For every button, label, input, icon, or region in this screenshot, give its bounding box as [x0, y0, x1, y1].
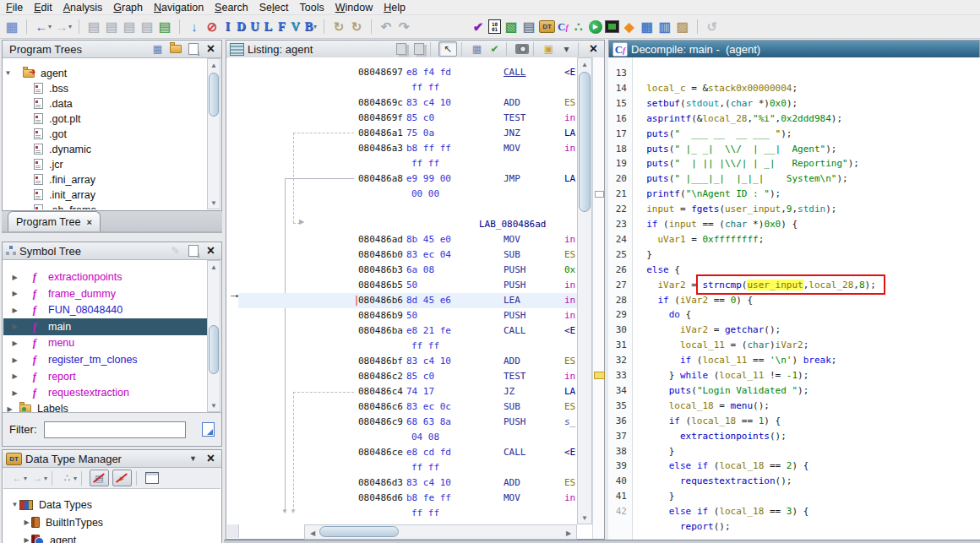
- listing-row[interactable]: 080486c683 ec 0cSUBES: [227, 399, 577, 415]
- tab-close-icon[interactable]: ×: [86, 217, 91, 227]
- listing-bytes-wrap[interactable]: 04 08: [227, 430, 577, 445]
- filter-arrays-icon[interactable]: ▤: [90, 471, 109, 485]
- listing-row[interactable]: 080486c968 63 8aPUSHs_: [227, 415, 577, 430]
- go-to-icon[interactable]: ▤: [157, 19, 172, 35]
- open-folder-icon[interactable]: [168, 42, 182, 56]
- symbol-item-main[interactable]: ▶fmain: [3, 318, 207, 335]
- decompile-line[interactable]: 42 else if (local_18 == 3) {: [608, 504, 980, 519]
- listing-label-row[interactable]: LAB_080486ad: [227, 217, 577, 232]
- symbol-item-report[interactable]: ▶freport: [3, 368, 207, 385]
- define-byte-icon[interactable]: B▾: [303, 19, 317, 35]
- decompile-line[interactable]: 14 local_c = &stack0x00000004;: [608, 81, 980, 96]
- define-undefined-icon[interactable]: U: [249, 19, 260, 35]
- console-icon[interactable]: ◆: [622, 19, 637, 35]
- caret-collapsed-icon[interactable]: ▶: [10, 290, 19, 297]
- symbol-item-menu[interactable]: ▶fmenu: [3, 334, 207, 351]
- decompile-line[interactable]: 33 } while (local_11 != -1);: [608, 368, 980, 383]
- scroll-up-icon[interactable]: ▲: [578, 58, 591, 70]
- listing-bytes-wrap[interactable]: ff ff: [227, 339, 577, 354]
- listing-bytes-wrap[interactable]: ff ff: [227, 80, 577, 95]
- decompile-line[interactable]: 37 extractionpoints();: [608, 429, 980, 444]
- forward-icon[interactable]: →: [30, 471, 45, 485]
- tree-item-section[interactable]: .bss: [3, 80, 207, 96]
- paste-icon[interactable]: [411, 42, 426, 56]
- scroll-right-icon[interactable]: ▶: [563, 527, 574, 539]
- listing-row[interactable]: 080486c285 c0TESTin: [227, 369, 577, 384]
- listing-row[interactable]: 080486d383 c4 10ADDES: [227, 475, 577, 491]
- decompile-line[interactable]: 19 puts(" | || |\\/| | _| Reporting");: [608, 156, 980, 171]
- menu-analysis[interactable]: Analysis: [63, 2, 103, 14]
- symbol-table-icon[interactable]: ▥: [657, 19, 672, 35]
- layout-icon[interactable]: ∴: [60, 471, 74, 485]
- decompile-line[interactable]: 17 puts(" ___ __ __ ___ ");: [608, 127, 980, 142]
- clear-code-icon[interactable]: ⊘: [204, 19, 220, 35]
- listing-row[interactable]: 080486ad8b 45 e0MOVin: [227, 232, 577, 247]
- listing-bytes-wrap[interactable]: 00 00: [227, 187, 577, 202]
- listing-row[interactable]: 0804869c83 c4 10ADDES: [227, 95, 577, 111]
- tree-item-section[interactable]: .got.plt: [3, 111, 207, 127]
- menu-select[interactable]: Select: [259, 2, 289, 14]
- validate-program-icon[interactable]: ✔: [471, 19, 486, 35]
- scroll-up-icon[interactable]: ▲: [208, 261, 220, 273]
- decompile-line[interactable]: 35 local_18 = menu();: [608, 399, 980, 414]
- decompile-line[interactable]: 16 asprintf(&local_28,"%i",0x2ddd984);: [608, 111, 980, 127]
- decompile-line[interactable]: 27 iVar2 = strncmp(user_input,local_28,8…: [608, 278, 980, 293]
- nav-prev-label-icon[interactable]: ▤: [122, 19, 137, 35]
- caret-collapsed-icon[interactable]: ▶: [10, 372, 19, 380]
- tree-item-section[interactable]: .jcr: [3, 156, 207, 172]
- back-icon[interactable]: ←: [10, 471, 24, 485]
- symbol-item-FUN_08048440[interactable]: ▶fFUN_08048440: [3, 301, 207, 318]
- memory-map-icon[interactable]: ▧: [504, 19, 519, 35]
- decompile-line[interactable]: 26 else {: [608, 263, 980, 278]
- caret-icon[interactable]: ▼: [10, 501, 19, 508]
- scrollbar-thumb[interactable]: [319, 526, 399, 537]
- tree-item-dtm-builtintypes[interactable]: ▶BuiltInTypes: [3, 514, 207, 530]
- filter-input[interactable]: [44, 421, 186, 438]
- tree-item-section[interactable]: .got: [3, 126, 207, 142]
- define-int-icon[interactable]: I: [222, 19, 233, 35]
- symbol-item-extractionpoints[interactable]: ▶fextractionpoints: [3, 269, 207, 285]
- tree-item-dtm-agent[interactable]: ▶agent: [3, 532, 207, 543]
- listing-row[interactable]: 080486b36a 08PUSH0x: [227, 263, 577, 278]
- tab-program-tree[interactable]: Program Tree ×: [8, 211, 101, 231]
- listing-row[interactable]: 080486bf83 c4 10ADDES: [227, 354, 577, 369]
- caret-collapsed-icon[interactable]: ▶: [10, 356, 19, 364]
- script-manager-icon[interactable]: ▶: [589, 20, 602, 34]
- tree-item-agent[interactable]: ▼agent: [3, 65, 207, 81]
- decompile-line[interactable]: 31 local_11 = (char)iVar2;: [608, 338, 980, 353]
- caret-collapsed-icon[interactable]: ▶: [10, 274, 19, 281]
- edit-pencil-icon[interactable]: ✎: [168, 244, 182, 258]
- caret-collapsed-icon[interactable]: ▶: [10, 307, 19, 314]
- listing-row[interactable]: 080486b68d 45 e6LEAin: [227, 293, 577, 308]
- scrollbar-thumb[interactable]: [579, 72, 591, 212]
- tree-item-section[interactable]: .data: [3, 95, 207, 111]
- listing-row[interactable]: 080486b950PUSHin: [227, 308, 577, 323]
- caret-collapsed-icon[interactable]: ▶: [10, 339, 19, 347]
- new-tree-icon[interactable]: ▦: [150, 42, 165, 56]
- define-long-icon[interactable]: L: [263, 19, 274, 35]
- decompile-line[interactable]: 34 puts("Login Validated ");: [608, 383, 980, 399]
- dropdown-icon[interactable]: ▼: [186, 452, 200, 465]
- decompile-line[interactable]: 32 if (local_11 == '\n') break;: [608, 353, 980, 368]
- bytes-viewer-icon[interactable]: 1001: [488, 19, 501, 34]
- menu-window[interactable]: Window: [335, 2, 373, 14]
- import-program-icon[interactable]: [186, 42, 200, 56]
- symbol-group-labels[interactable]: ▶Labels: [3, 401, 207, 412]
- close-icon[interactable]: ×: [204, 452, 218, 465]
- menu-tools[interactable]: Tools: [300, 2, 324, 14]
- decompiler-icon[interactable]: Cf: [558, 21, 569, 32]
- redo-icon[interactable]: ↷: [396, 19, 411, 35]
- forward-icon[interactable]: →▾: [54, 19, 72, 35]
- snapshot-icon[interactable]: [514, 42, 529, 56]
- listing-row[interactable]: 080486b083 ec 04SUBES: [227, 247, 577, 263]
- undo-icon[interactable]: ↶: [378, 19, 394, 35]
- define-void-icon[interactable]: V: [290, 19, 301, 35]
- analysis-options-icon[interactable]: ↻: [349, 19, 364, 35]
- tree-item-section[interactable]: .init_array: [3, 187, 207, 203]
- scrollbar-thumb[interactable]: [209, 325, 219, 374]
- program-tree-scrollbar[interactable]: ▲ ▼: [207, 58, 220, 209]
- tree-item-section[interactable]: .fini_array: [3, 171, 207, 187]
- scrollbar-thumb[interactable]: [209, 73, 219, 117]
- data-type-archive-icon[interactable]: DT: [539, 20, 555, 33]
- nav-next-function-icon[interactable]: ▤: [104, 19, 119, 35]
